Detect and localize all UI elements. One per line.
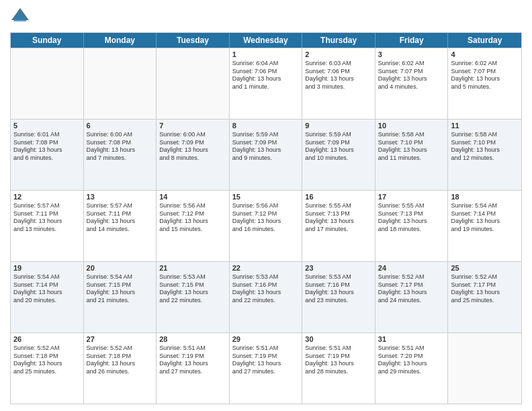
cell-info-line: Sunrise: 6:01 AM <box>13 131 81 139</box>
day-cell-14: 14Sunrise: 5:56 AMSunset: 7:12 PMDayligh… <box>157 191 230 261</box>
cell-info-line: Sunrise: 5:56 AM <box>232 202 300 210</box>
day-number: 21 <box>159 264 226 272</box>
cell-info-line: Sunrise: 6:00 AM <box>87 131 154 139</box>
cell-info-line: Sunset: 7:06 PM <box>232 68 300 76</box>
cell-info-line: Sunset: 7:15 PM <box>159 281 226 289</box>
cell-info-line: Sunrise: 5:55 AM <box>305 202 372 210</box>
cell-info-line: Daylight: 13 hours <box>451 218 519 226</box>
cell-info-line: Sunrise: 5:52 AM <box>451 273 519 281</box>
logo <box>10 7 33 27</box>
cell-info-line: Sunset: 7:14 PM <box>13 281 81 289</box>
day-number: 13 <box>87 193 154 201</box>
cell-info-line: Sunrise: 5:52 AM <box>87 345 154 353</box>
cell-info-line: Daylight: 13 hours <box>232 289 300 297</box>
cell-info-line: Daylight: 13 hours <box>378 360 445 368</box>
day-number: 3 <box>378 50 445 58</box>
empty-cell-4-6 <box>448 333 521 404</box>
day-cell-8: 8Sunrise: 5:59 AMSunset: 7:09 PMDaylight… <box>230 120 303 190</box>
day-cell-1: 1Sunrise: 6:04 AMSunset: 7:06 PMDaylight… <box>230 48 303 119</box>
cell-info-line: Sunrise: 5:58 AM <box>451 131 519 139</box>
cell-info-line: Daylight: 13 hours <box>378 146 445 154</box>
day-number: 2 <box>305 50 372 58</box>
day-number: 24 <box>378 264 445 272</box>
page: SundayMondayTuesdayWednesdayThursdayFrid… <box>0 0 532 411</box>
day-cell-7: 7Sunrise: 6:00 AMSunset: 7:09 PMDaylight… <box>157 120 230 190</box>
cell-info-line: Daylight: 13 hours <box>232 360 300 368</box>
calendar-row-4: 26Sunrise: 5:52 AMSunset: 7:18 PMDayligh… <box>11 332 521 404</box>
cell-info-line: and 5 minutes. <box>451 83 519 91</box>
cell-info-line: Sunset: 7:09 PM <box>159 139 226 147</box>
cell-info-line: Sunset: 7:06 PM <box>305 68 372 76</box>
calendar: SundayMondayTuesdayWednesdayThursdayFrid… <box>10 32 522 404</box>
cell-info-line: Sunset: 7:08 PM <box>13 139 81 147</box>
cell-info-line: Sunset: 7:20 PM <box>378 353 445 361</box>
cell-info-line: Daylight: 13 hours <box>305 289 372 297</box>
cell-info-line: Daylight: 13 hours <box>232 146 300 154</box>
day-number: 9 <box>305 122 372 130</box>
cell-info-line: Daylight: 13 hours <box>305 75 372 83</box>
day-cell-12: 12Sunrise: 5:57 AMSunset: 7:11 PMDayligh… <box>11 191 84 261</box>
cell-info-line: Sunrise: 5:53 AM <box>305 273 372 281</box>
cell-info-line: Sunset: 7:16 PM <box>305 281 372 289</box>
cell-info-line: Sunrise: 5:51 AM <box>378 345 445 353</box>
day-cell-5: 5Sunrise: 6:01 AMSunset: 7:08 PMDaylight… <box>11 120 84 190</box>
cell-info-line: and 8 minutes. <box>159 154 226 163</box>
day-cell-9: 9Sunrise: 5:59 AMSunset: 7:09 PMDaylight… <box>302 120 375 190</box>
day-cell-29: 29Sunrise: 5:51 AMSunset: 7:19 PMDayligh… <box>230 333 303 404</box>
cell-info-line: Daylight: 13 hours <box>87 146 154 154</box>
day-number: 18 <box>451 193 519 201</box>
cell-info-line: Daylight: 13 hours <box>305 146 372 154</box>
cell-info-line: Sunset: 7:09 PM <box>305 139 372 147</box>
cell-info-line: and 13 minutes. <box>13 226 81 234</box>
cell-info-line: Sunrise: 5:54 AM <box>451 202 519 210</box>
day-cell-20: 20Sunrise: 5:54 AMSunset: 7:15 PMDayligh… <box>84 262 157 332</box>
cell-info-line: Sunset: 7:10 PM <box>451 139 519 147</box>
cell-info-line: Sunset: 7:10 PM <box>378 139 445 147</box>
cell-info-line: Sunset: 7:17 PM <box>451 281 519 289</box>
cell-info-line: Sunrise: 5:56 AM <box>159 202 226 210</box>
calendar-row-2: 12Sunrise: 5:57 AMSunset: 7:11 PMDayligh… <box>11 190 521 261</box>
cell-info-line: Daylight: 13 hours <box>378 218 445 226</box>
cell-info-line: Daylight: 13 hours <box>13 146 81 154</box>
cell-info-line: and 18 minutes. <box>378 226 445 234</box>
cell-info-line: Sunrise: 5:52 AM <box>378 273 445 281</box>
header <box>10 7 522 27</box>
day-number: 10 <box>378 122 445 130</box>
calendar-row-3: 19Sunrise: 5:54 AMSunset: 7:14 PMDayligh… <box>11 261 521 332</box>
cell-info-line: Daylight: 13 hours <box>305 218 372 226</box>
cell-info-line: Sunrise: 5:58 AM <box>378 131 445 139</box>
day-cell-23: 23Sunrise: 5:53 AMSunset: 7:16 PMDayligh… <box>302 262 375 332</box>
day-cell-15: 15Sunrise: 5:56 AMSunset: 7:12 PMDayligh… <box>230 191 303 261</box>
cell-info-line: Sunrise: 5:59 AM <box>232 131 300 139</box>
calendar-body: 1Sunrise: 6:04 AMSunset: 7:06 PMDaylight… <box>11 48 521 404</box>
cell-info-line: and 25 minutes. <box>13 368 81 376</box>
day-number: 6 <box>87 122 154 130</box>
day-cell-13: 13Sunrise: 5:57 AMSunset: 7:11 PMDayligh… <box>84 191 157 261</box>
empty-cell-0-2 <box>157 48 230 119</box>
cell-info-line: Daylight: 13 hours <box>451 146 519 154</box>
cell-info-line: Sunrise: 6:03 AM <box>305 60 372 68</box>
cell-info-line: Daylight: 13 hours <box>451 289 519 297</box>
calendar-header: SundayMondayTuesdayWednesdayThursdayFrid… <box>11 33 521 48</box>
cell-info-line: and 17 minutes. <box>305 226 372 234</box>
header-day-friday: Friday <box>375 33 449 48</box>
cell-info-line: Sunrise: 5:51 AM <box>305 345 372 353</box>
cell-info-line: and 29 minutes. <box>378 368 445 376</box>
day-cell-22: 22Sunrise: 5:53 AMSunset: 7:16 PMDayligh… <box>230 262 303 332</box>
cell-info-line: Sunset: 7:17 PM <box>378 281 445 289</box>
day-cell-26: 26Sunrise: 5:52 AMSunset: 7:18 PMDayligh… <box>11 333 84 404</box>
day-cell-10: 10Sunrise: 5:58 AMSunset: 7:10 PMDayligh… <box>375 120 449 190</box>
cell-info-line: Sunrise: 5:55 AM <box>378 202 445 210</box>
cell-info-line: and 9 minutes. <box>232 154 300 163</box>
day-cell-16: 16Sunrise: 5:55 AMSunset: 7:13 PMDayligh… <box>302 191 375 261</box>
cell-info-line: Sunset: 7:18 PM <box>13 353 81 361</box>
day-number: 22 <box>232 264 300 272</box>
cell-info-line: and 6 minutes. <box>13 154 81 163</box>
cell-info-line: Daylight: 13 hours <box>159 360 226 368</box>
day-number: 27 <box>87 335 154 343</box>
cell-info-line: Sunset: 7:19 PM <box>232 353 300 361</box>
cell-info-line: and 22 minutes. <box>159 297 226 305</box>
cell-info-line: and 4 minutes. <box>378 83 445 91</box>
cell-info-line: and 23 minutes. <box>305 297 372 305</box>
cell-info-line: and 12 minutes. <box>451 154 519 163</box>
